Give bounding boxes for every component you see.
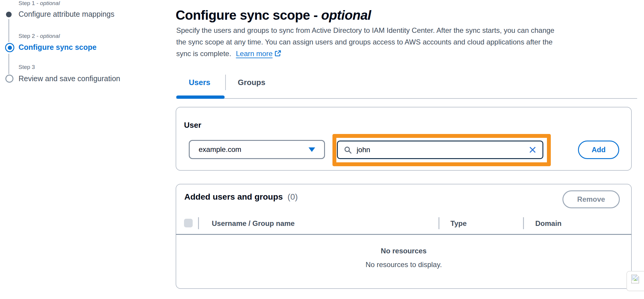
tab-groups[interactable]: Groups [238,78,265,87]
broken-image-icon [629,273,641,285]
column-header-type: Type [450,219,467,228]
domain-select[interactable]: example.com [189,140,325,159]
tab-active-indicator [176,95,225,99]
step3-upcoming-icon [5,75,13,83]
learn-more-link[interactable]: Learn more [236,50,273,58]
column-header-domain: Domain [535,219,562,228]
user-search-field [337,141,543,159]
add-button[interactable]: Add [578,141,619,159]
user-panel-heading: User [184,121,201,130]
column-divider [438,217,439,229]
wizard-step-nav: Step 1 - optional Configure attribute ma… [0,0,140,104]
empty-state-title: No resources [176,247,632,255]
page-description-line1: Specify the users and groups to sync fro… [176,26,554,35]
step2-label: Step 2 - optional [19,33,60,39]
page-description-line2: the sync scope at any time. You can assi… [176,38,553,46]
configure-sync-scope-page: Step 1 - optional Configure attribute ma… [0,0,644,299]
remove-button[interactable]: Remove [562,190,620,208]
table-header-rule [176,234,631,235]
empty-state-message: No resources to display. [176,261,632,269]
step-nav-item-review-save[interactable]: Review and save configuration [19,74,120,83]
step1-completed-icon [6,12,12,17]
tabs-bottom-rule [176,98,637,99]
domain-select-value: example.com [199,145,309,154]
tab-users[interactable]: Users [189,78,210,87]
step-connector-line [8,19,9,42]
caret-down-icon [309,147,315,152]
user-search-input[interactable] [357,146,529,154]
added-panel-heading: Added users and groups (0) [184,192,298,202]
select-all-checkbox[interactable] [184,219,193,227]
step1-label: Step 1 - optional [19,0,60,7]
step-connector-line [8,54,9,74]
broken-image-placeholder [626,271,644,291]
page-description-line3: sync is complete. Learn more [176,50,281,58]
tab-divider [225,75,226,90]
added-count-badge: (0) [288,192,298,201]
step-nav-item-attribute-mappings[interactable]: Configure attribute mappings [19,10,114,19]
search-icon [344,146,352,154]
column-divider [198,217,199,229]
clear-search-icon[interactable] [529,146,536,154]
column-header-username: Username / Group name [212,219,295,228]
step-nav-item-sync-scope[interactable]: Configure sync scope [19,43,96,52]
external-link-icon [275,50,281,57]
column-divider [523,217,524,229]
step3-label: Step 3 [19,64,35,70]
step2-active-radio-icon [5,43,14,52]
page-title: Configure sync scope - optional [176,8,371,23]
